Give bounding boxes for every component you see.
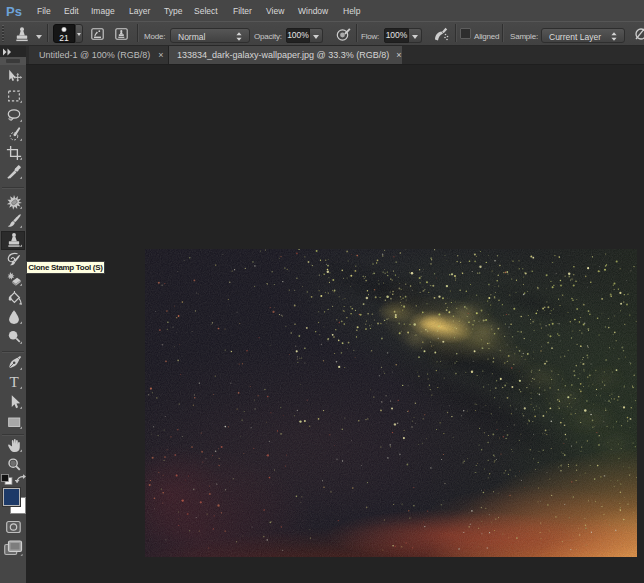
svg-text:T: T xyxy=(9,374,18,390)
svg-text:21: 21 xyxy=(59,33,69,43)
